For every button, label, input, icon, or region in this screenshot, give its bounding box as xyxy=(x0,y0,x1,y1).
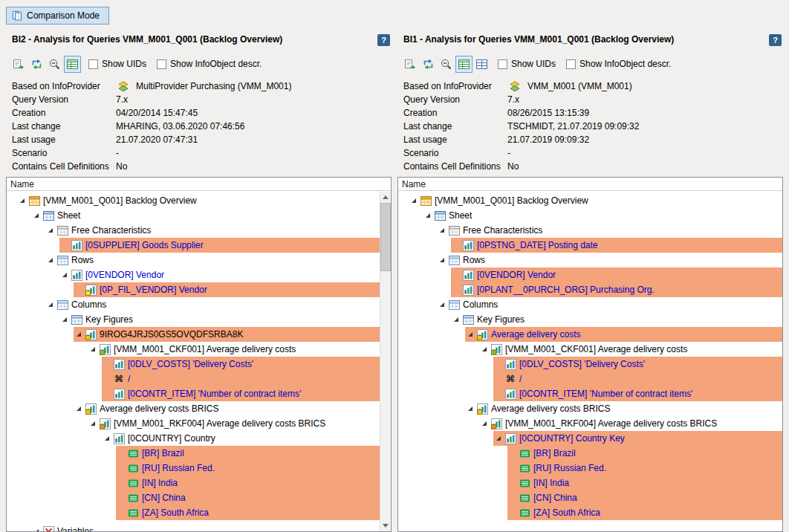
tree-item-label[interactable]: / xyxy=(519,374,522,384)
expander-icon[interactable] xyxy=(88,347,97,351)
expander-icon[interactable] xyxy=(493,436,503,441)
tree-item[interactable]: [0VENDOR] Vendor xyxy=(7,267,380,282)
tree-item[interactable]: ⌘/ xyxy=(398,372,782,386)
transfer-icon[interactable] xyxy=(28,56,45,73)
zoom-out-icon[interactable] xyxy=(46,56,63,73)
expander-icon[interactable] xyxy=(45,228,55,233)
expander-icon[interactable] xyxy=(423,213,432,218)
tree-item-label[interactable]: Free Characteristics xyxy=(463,225,542,236)
expander-icon[interactable] xyxy=(465,406,475,411)
tree-item-label[interactable]: [0VENDOR] Vendor xyxy=(85,270,164,280)
tree-item-label[interactable]: [VMM_M001_CKF001] Average delivery costs xyxy=(505,344,687,354)
show-uids-checkbox[interactable]: Show UIDs xyxy=(88,59,146,69)
tree-item-label[interactable]: Variables xyxy=(57,526,94,531)
tree-item[interactable]: ⌘/ xyxy=(7,372,380,386)
tree-item[interactable]: Average delivery costs xyxy=(398,327,782,342)
expander-icon[interactable] xyxy=(88,421,97,426)
tree-item[interactable]: [0SUPPLIER] Goods Supplier xyxy=(7,238,380,253)
tree-item[interactable]: Sheet xyxy=(398,208,782,223)
tree-item-label[interactable]: [IN] India xyxy=(533,478,569,488)
tree-item-label[interactable]: [VMM_M001_Q001] Backlog Overview xyxy=(435,195,588,206)
transfer-icon[interactable] xyxy=(420,56,437,73)
expand-all-icon[interactable] xyxy=(455,56,473,73)
tree-item[interactable]: [CN] China xyxy=(7,490,380,505)
tree-item[interactable]: [VMM_M001_RKF004] Average delivery costs… xyxy=(7,416,380,431)
tree-item-label[interactable]: [0COUNTRY] Country xyxy=(128,433,215,444)
zoom-out-icon[interactable] xyxy=(438,56,455,73)
tree-item[interactable]: [0P_FIL_VENDOR] Vendor xyxy=(7,282,380,297)
tree-item-label[interactable]: [0COUNTRY] Country Key xyxy=(519,433,625,444)
tree-item-label[interactable]: Key Figures xyxy=(85,314,133,325)
expander-icon[interactable] xyxy=(451,317,461,322)
tree-item-label[interactable]: [0DLV_COSTS] 'Delivery Costs' xyxy=(519,359,645,369)
expander-icon[interactable] xyxy=(74,332,83,337)
tree-item-label[interactable]: [CN] China xyxy=(142,493,186,503)
show-infoobject-descr-checkbox[interactable]: Show InfoObject descr. xyxy=(566,59,671,69)
tree-item[interactable]: [0CONTR_ITEM] 'Number of contract items' xyxy=(7,386,380,401)
tree-item[interactable]: Average delivery costs BRICS xyxy=(7,401,380,416)
tree-item[interactable]: Rows xyxy=(398,253,782,267)
tree-item[interactable]: [0VENDOR] Vendor xyxy=(398,267,782,282)
tree-item-label[interactable]: [BR] Brazil xyxy=(533,448,576,458)
tree-item-label[interactable]: Average delivery costs xyxy=(491,329,581,340)
show-infoobject-descr-checkbox-box[interactable] xyxy=(157,59,166,69)
tree-item[interactable]: [0DLV_COSTS] 'Delivery Costs' xyxy=(398,357,782,372)
tree-item-label[interactable]: [VMM_M001_CKF001] Average delivery costs xyxy=(114,344,296,354)
show-uids-checkbox-box[interactable] xyxy=(498,59,507,69)
tree-item[interactable]: [0PSTNG_DATE] Posting date xyxy=(398,238,782,253)
tree-item-label[interactable]: [0PSTNG_DATE] Posting date xyxy=(477,240,598,250)
comparison-mode-button[interactable]: Comparison Mode xyxy=(6,7,109,25)
tree-item-label[interactable]: 9IROG4JRJS0GS5OVQDFSRBA8K xyxy=(100,329,243,340)
tree-item[interactable]: [ZA] South Africa xyxy=(7,505,380,520)
expander-icon[interactable] xyxy=(17,198,27,203)
expander-icon[interactable] xyxy=(31,213,41,218)
expander-icon[interactable] xyxy=(59,273,69,277)
tree-item-label[interactable]: Sheet xyxy=(57,210,80,221)
scroll-down-icon[interactable] xyxy=(380,520,391,531)
tree-item-label[interactable]: [IN] India xyxy=(142,478,178,488)
tree-item-label[interactable]: [0CONTR_ITEM] 'Number of contract items' xyxy=(128,389,301,399)
tree-item-label[interactable]: Columns xyxy=(463,299,498,310)
tree-item[interactable]: [0PLANT__0PURCH_ORG] Purchasing Org. xyxy=(398,282,782,297)
tree-item[interactable]: [VMM_M001_Q001] Backlog Overview xyxy=(7,193,380,208)
tree-item[interactable]: Key Figures xyxy=(398,312,782,327)
tree-item[interactable]: Sheet xyxy=(7,208,380,223)
show-uids-checkbox[interactable]: Show UIDs xyxy=(498,59,556,69)
compare-queries-icon[interactable] xyxy=(10,56,27,73)
tree-item-label[interactable]: Sheet xyxy=(449,210,472,221)
tree-item-label[interactable]: Rows xyxy=(71,255,94,265)
tree-item[interactable]: Average delivery costs BRICS xyxy=(398,401,782,416)
tree-item-label[interactable]: [RU] Russian Fed. xyxy=(142,463,215,473)
tree-item-label[interactable]: [0DLV_COSTS] 'Delivery Costs' xyxy=(128,359,253,369)
compare-queries-icon[interactable] xyxy=(402,56,419,73)
show-uids-checkbox-box[interactable] xyxy=(88,59,98,69)
expander-icon[interactable] xyxy=(465,332,475,337)
tree-item[interactable]: [VMM_M001_Q001] Backlog Overview xyxy=(398,193,782,208)
expander-icon[interactable] xyxy=(437,258,447,262)
expander-icon[interactable] xyxy=(102,436,111,441)
tree-item[interactable]: Key Figures xyxy=(7,312,380,327)
help-icon[interactable]: ? xyxy=(377,34,390,46)
tree-item[interactable]: [BR] Brazil xyxy=(398,446,782,461)
tree-item-label[interactable]: [0PLANT__0PURCH_ORG] Purchasing Org. xyxy=(477,285,655,295)
tree-item[interactable]: [IN] India xyxy=(7,476,380,490)
tree-item-label[interactable]: Columns xyxy=(71,299,106,310)
tree-item-label[interactable]: [VMM_M001_Q001] Backlog Overview xyxy=(43,195,197,206)
scrollbar-thumb[interactable] xyxy=(380,203,391,271)
expander-icon[interactable] xyxy=(31,529,41,531)
tree-item-label[interactable]: [ZA] South Africa xyxy=(533,507,600,518)
tree-item-label[interactable]: [VMM_M001_RKF004] Average delivery costs… xyxy=(114,418,325,429)
tree-item[interactable]: [VMM_M001_RKF004] Average delivery costs… xyxy=(398,416,782,431)
expand-all-icon[interactable] xyxy=(64,56,81,73)
tree-item[interactable]: Columns xyxy=(7,297,380,312)
tree-item[interactable]: [VMM_M001_CKF001] Average delivery costs xyxy=(398,342,782,357)
tree-item[interactable]: [ZA] South Africa xyxy=(398,505,782,520)
tree-item-label[interactable]: Key Figures xyxy=(477,314,525,325)
tree-item-label[interactable]: Average delivery costs BRICS xyxy=(100,403,219,414)
tree-item-label[interactable]: [ZA] South Africa xyxy=(142,507,209,518)
tree-item[interactable]: Free Characteristics xyxy=(398,223,782,238)
scroll-up-icon[interactable] xyxy=(380,192,391,203)
tree-item[interactable]: Columns xyxy=(398,297,782,312)
show-infoobject-descr-checkbox-box[interactable] xyxy=(566,59,576,69)
tree-item[interactable]: [0COUNTRY] Country xyxy=(7,431,380,446)
